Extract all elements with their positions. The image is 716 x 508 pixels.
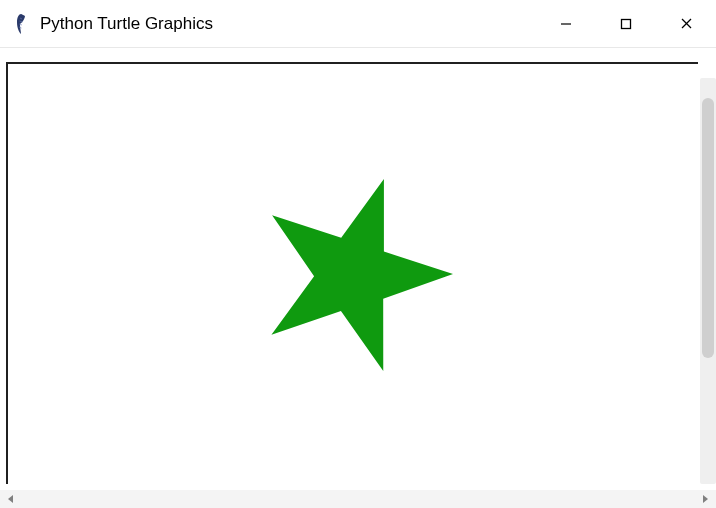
turtle-canvas[interactable]	[6, 62, 698, 484]
window-title: Python Turtle Graphics	[40, 14, 536, 34]
svg-rect-1	[622, 19, 631, 28]
horizontal-scrollbar-track[interactable]	[18, 494, 698, 504]
svg-marker-4	[243, 164, 463, 382]
maximize-button[interactable]	[596, 0, 656, 47]
vertical-scrollbar[interactable]	[700, 78, 716, 484]
scroll-left-arrow-icon[interactable]	[4, 492, 18, 506]
horizontal-scrollbar[interactable]	[0, 490, 716, 508]
svg-marker-6	[703, 495, 708, 503]
vertical-scrollbar-thumb[interactable]	[702, 98, 714, 358]
scroll-right-arrow-icon[interactable]	[698, 492, 712, 506]
close-button[interactable]	[656, 0, 716, 47]
feather-icon	[12, 10, 30, 38]
client-area	[0, 48, 716, 508]
window-controls	[536, 0, 716, 47]
star-shape	[243, 164, 463, 384]
titlebar: Python Turtle Graphics	[0, 0, 716, 48]
canvas-content	[8, 64, 698, 484]
svg-marker-5	[8, 495, 13, 503]
minimize-button[interactable]	[536, 0, 596, 47]
